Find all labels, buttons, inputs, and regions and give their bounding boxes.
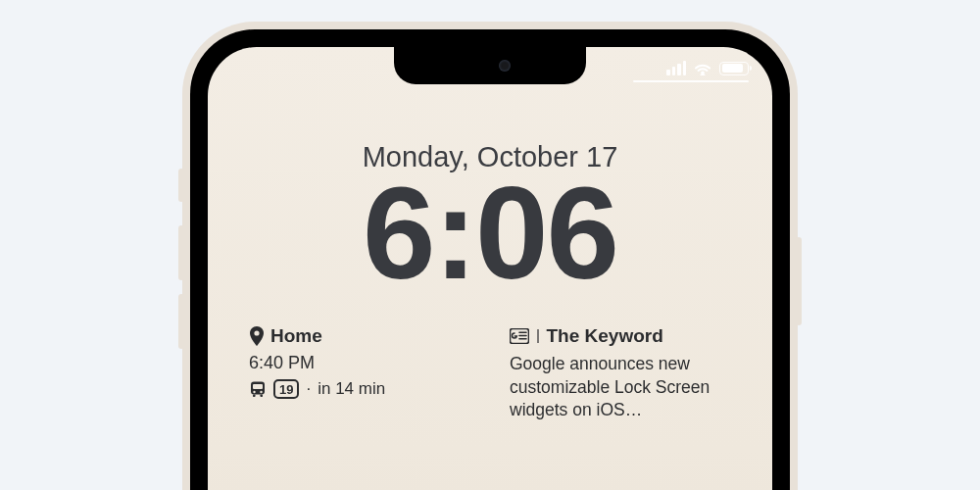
cellular-signal-icon	[666, 61, 686, 75]
svg-point-1	[254, 330, 259, 335]
news-widget[interactable]: The Keyword Google announces new customi…	[510, 325, 731, 422]
svg-point-5	[260, 391, 262, 393]
lockscreen-widgets: Home 6:40 PM 19 · in 14 min	[249, 325, 731, 422]
volume-up-button[interactable]	[178, 225, 184, 280]
svg-point-0	[701, 71, 705, 74]
wifi-icon	[693, 61, 712, 75]
battery-icon	[719, 62, 749, 75]
svg-point-4	[253, 391, 255, 393]
phone-bezel: Monday, October 17 6:06 Home 6:40 PM	[190, 29, 790, 490]
power-button[interactable]	[796, 237, 802, 325]
svg-rect-7	[261, 395, 264, 398]
maps-widget-title: Home	[270, 325, 322, 347]
mute-switch[interactable]	[178, 169, 184, 202]
status-underline	[633, 80, 749, 82]
notch	[394, 47, 586, 84]
maps-widget[interactable]: Home 6:40 PM 19 · in 14 min	[249, 325, 470, 422]
svg-rect-6	[253, 395, 256, 398]
news-widget-source: The Keyword	[547, 325, 663, 347]
map-pin-icon	[249, 326, 265, 346]
lock-screen[interactable]: Monday, October 17 6:06 Home 6:40 PM	[208, 47, 772, 490]
maps-widget-dot: ·	[306, 379, 311, 399]
maps-widget-departure: in 14 min	[318, 379, 385, 399]
svg-rect-3	[253, 384, 263, 389]
maps-widget-arrival: 6:40 PM	[249, 353, 470, 373]
lockscreen-time: 6:06	[208, 165, 772, 303]
google-news-icon	[510, 328, 529, 344]
bus-icon	[249, 380, 267, 398]
bus-number-badge: 19	[273, 379, 299, 399]
phone-frame: Monday, October 17 6:06 Home 6:40 PM	[182, 22, 798, 490]
volume-down-button[interactable]	[178, 294, 184, 349]
status-bar	[666, 61, 749, 75]
divider	[537, 329, 539, 343]
news-widget-headline: Google announces new customizable Lock S…	[510, 353, 731, 422]
